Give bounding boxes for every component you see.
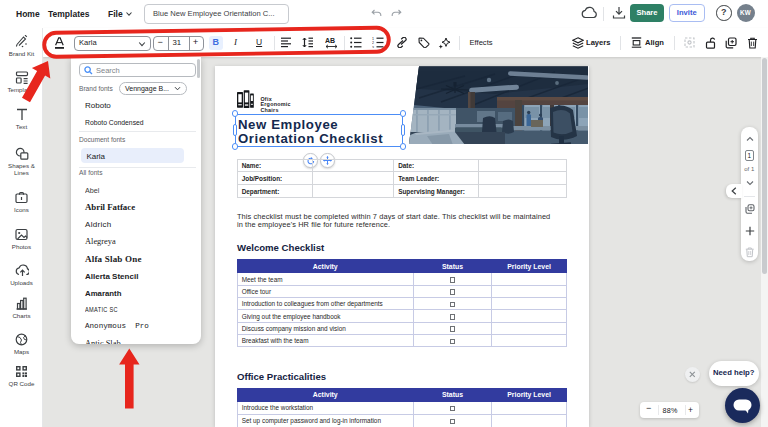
- svg-text:AB: AB: [325, 37, 335, 44]
- svg-text:3: 3: [372, 46, 374, 49]
